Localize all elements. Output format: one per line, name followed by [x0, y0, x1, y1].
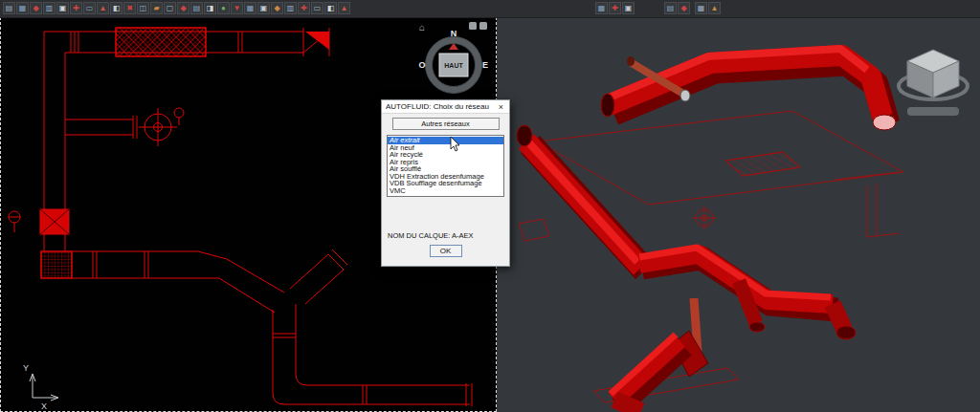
toolbar-icon-18[interactable]: ▼ — [231, 2, 243, 14]
home-icon[interactable]: ⌂ — [419, 22, 425, 33]
layer-name-label: NOM DU CALQUE: A-AEX — [388, 231, 504, 240]
navigation-compass[interactable]: ⌂ N S E O HAUT — [416, 19, 491, 107]
toolbar-icon-7[interactable]: ▭ — [83, 2, 96, 14]
toolbar-icon-20[interactable]: ▣ — [257, 2, 270, 14]
toolbar-icon-26[interactable]: ▲ — [338, 2, 350, 14]
toolbar-icon-16[interactable]: ◨ — [204, 2, 216, 14]
toolbar-icon-14[interactable]: ◆ — [177, 2, 189, 14]
toolbar-icon-28[interactable]: ✚ — [609, 2, 621, 14]
compass-settings-icon[interactable] — [469, 22, 477, 30]
toolbar-icon-10[interactable]: ✖ — [123, 2, 136, 14]
toolbar-icon-33[interactable]: ▲ — [708, 2, 721, 14]
toolbar-icon-22[interactable]: ▥ — [284, 2, 297, 14]
ucs-axis-icon — [30, 374, 58, 401]
compass-west[interactable]: O — [418, 60, 425, 70]
toolbar-icon-3[interactable]: ◆ — [30, 2, 42, 14]
cad-application-window: ▤▦◆▥▣✚▭▲◧✖◫▰▢◆▤◨●▼▦▣◆▥✚▭◧▲ ▦✚▣ ▤◆ ▦▲ — [0, 0, 980, 412]
toolbar-icon-32[interactable]: ▦ — [695, 2, 707, 14]
autres-reseaux-button[interactable]: Autres réseaux — [392, 118, 500, 130]
toolbar-group-b: ▤◆ — [664, 2, 690, 14]
toolbar-icon-11[interactable]: ◫ — [137, 2, 149, 14]
toolbar-icon-17[interactable]: ● — [217, 2, 230, 14]
network-list-item[interactable]: VMC — [388, 187, 503, 195]
duct-network-3d — [517, 49, 896, 411]
mouse-cursor-icon — [450, 136, 461, 153]
autofluid-network-dialog: AUTOFLUID: Choix du réseau × Autres rése… — [381, 99, 510, 267]
toolbar-icon-29[interactable]: ▣ — [622, 2, 635, 14]
top-toolbar: ▤▦◆▥▣✚▭▲◧✖◫▰▢◆▤◨●▼▦▣◆▥✚▭◧▲ ▦✚▣ ▤◆ ▦▲ — [0, 0, 980, 18]
viewcube[interactable] — [899, 50, 968, 116]
toolbar-icon-19[interactable]: ▦ — [244, 2, 256, 14]
toolbar-icon-30[interactable]: ▤ — [664, 2, 677, 14]
dialog-body: Autres réseaux Air extraitAir neufAir re… — [382, 114, 509, 266]
compass-east[interactable]: E — [482, 60, 488, 70]
viewcube-toolbar[interactable] — [907, 107, 959, 116]
viewport-3d-iso[interactable] — [498, 17, 980, 412]
toolbar-group-a: ▦✚▣ — [595, 2, 635, 14]
toolbar-icon-13[interactable]: ▢ — [164, 2, 176, 14]
toolbar-icon-27[interactable]: ▦ — [595, 2, 608, 14]
toolbar-icon-6[interactable]: ✚ — [70, 2, 82, 14]
toolbar-icon-2[interactable]: ▦ — [16, 2, 29, 14]
iso-3d-drawing — [498, 17, 980, 412]
axis-y-label: Y — [23, 363, 29, 373]
toolbar-icon-31[interactable]: ◆ — [678, 2, 690, 14]
toolbar-group-main: ▤▦◆▥▣✚▭▲◧✖◫▰▢◆▤◨●▼▦▣◆▥✚▭◧▲ — [3, 2, 350, 14]
close-icon[interactable]: × — [495, 102, 507, 112]
dialog-titlebar[interactable]: AUTOFLUID: Choix du réseau × — [382, 100, 509, 114]
toolbar-icon-8[interactable]: ▲ — [97, 2, 109, 14]
toolbar-icon-1[interactable]: ▤ — [3, 2, 15, 14]
compass-top-label: HAUT — [444, 62, 463, 69]
toolbar-icon-4[interactable]: ▥ — [43, 2, 56, 14]
toolbar-icon-5[interactable]: ▣ — [56, 2, 69, 14]
toolbar-icon-12[interactable]: ▰ — [150, 2, 163, 14]
axis-x-label: X — [41, 401, 47, 411]
dialog-title: AUTOFLUID: Choix du réseau — [386, 102, 495, 111]
toolbar-icon-24[interactable]: ▭ — [311, 2, 323, 14]
compass-lock-icon[interactable] — [479, 22, 487, 30]
toolbar-group-c: ▦▲ — [695, 2, 721, 14]
network-list[interactable]: Air extraitAir neufAir recycléAir repris… — [387, 135, 504, 197]
toolbar-icon-15[interactable]: ▤ — [190, 2, 203, 14]
toolbar-icon-25[interactable]: ◧ — [324, 2, 337, 14]
compass-north[interactable]: N — [451, 29, 457, 38]
toolbar-icon-21[interactable]: ◆ — [271, 2, 283, 14]
ok-button[interactable]: OK — [430, 245, 462, 257]
toolbar-icon-9[interactable]: ◧ — [110, 2, 122, 14]
toolbar-icon-23[interactable]: ✚ — [298, 2, 310, 14]
